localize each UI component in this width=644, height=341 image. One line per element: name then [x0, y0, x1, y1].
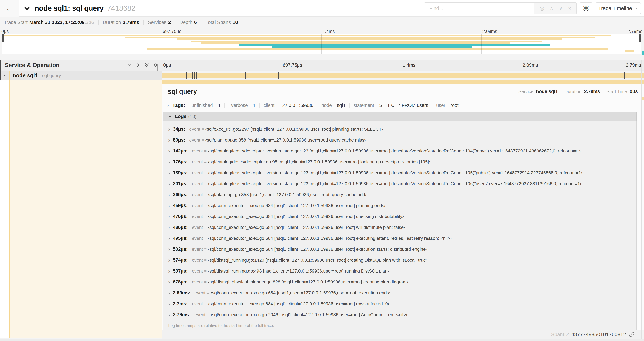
trace-info-suffix: .326 [85, 20, 94, 25]
log-row[interactable]: ›574μs:event=‹sql/distsql_running.go:142… [164, 255, 636, 266]
span-duration-bar[interactable] [162, 73, 644, 78]
log-row[interactable]: ›201μs:event=‹sql/catalog/lease/descript… [164, 178, 636, 189]
chevron-right-icon[interactable]: › [168, 312, 170, 317]
log-equals: = [204, 258, 206, 262]
log-equals: = [204, 149, 206, 153]
log-tick-marker [225, 72, 225, 79]
command-icon: ⌘ [583, 5, 589, 12]
chevron-right-icon[interactable]: › [168, 160, 170, 164]
log-tick-marker [241, 72, 241, 79]
chevron-right-icon[interactable]: › [168, 302, 170, 306]
log-row[interactable]: ›176μs:event=‹sql/catalog/descs/descript… [164, 156, 636, 167]
collapse-one-icon[interactable] [127, 63, 132, 68]
chevron-right-icon[interactable]: › [168, 236, 170, 241]
logs-header[interactable]: Logs (18) [163, 112, 636, 121]
log-row[interactable]: ›2.7ms:event=‹sql/conn_executor_exec.go:… [164, 298, 636, 309]
chevron-down-icon[interactable]: ∨ [559, 6, 563, 11]
log-field-value: ‹sql/conn_executor_exec.go:684 [nsql1,cl… [208, 247, 427, 252]
tag-value: sql1 [337, 103, 346, 108]
log-row[interactable]: ›678μs:event=‹sql/distsql_physical_plann… [164, 276, 636, 287]
chevron-right-icon[interactable]: › [168, 225, 170, 230]
minimap-span-bar [190, 41, 542, 42]
chevron-right-icon[interactable]: › [168, 149, 170, 153]
tags-row[interactable]: › Tags: _unfinished=1_verbose=1client=12… [162, 101, 644, 110]
log-equals: = [204, 192, 206, 197]
expand-one-icon[interactable] [136, 63, 141, 68]
log-equals: = [204, 225, 206, 230]
chevron-right-icon[interactable]: › [167, 103, 169, 108]
log-row[interactable]: ›142μs:event=‹sql/catalog/lease/descript… [164, 146, 636, 156]
logs-footnote: Log timestamps are relative to the start… [164, 320, 636, 329]
ruler-tick-label: 0μs [163, 63, 171, 68]
log-row[interactable]: ›2.79ms:event=‹sql/conn_executor_exec.go… [164, 309, 636, 320]
logs-title: Logs [175, 114, 186, 119]
chevron-right-icon[interactable]: › [168, 171, 170, 175]
log-row[interactable]: ›495μs:event=‹sql/conn_executor_exec.go:… [164, 233, 636, 244]
chevron-up-icon[interactable]: ∧ [550, 6, 554, 11]
span-row-node-sql1[interactable]: node sql1 sql query [0, 71, 162, 80]
log-row[interactable]: ›366μs:event=‹sql/plan_opt.go:358 [nsql1… [164, 189, 636, 200]
log-row[interactable]: ›189μs:event=‹sql/catalog/lease/descript… [164, 167, 636, 178]
chevron-right-icon[interactable]: › [168, 258, 170, 262]
log-timestamp: 597μs: [173, 268, 188, 274]
chevron-right-icon[interactable]: › [168, 127, 170, 132]
log-field-key: event [192, 301, 203, 306]
log-row[interactable]: ›486μs:event=‹sql/conn_executor_exec.go:… [164, 222, 636, 233]
chevron-right-icon[interactable]: › [168, 192, 170, 197]
find-input[interactable] [424, 3, 534, 14]
keyboard-shortcuts-button[interactable]: ⌘ [580, 2, 592, 14]
log-field-key: event [192, 268, 203, 274]
log-tick-marker [192, 72, 192, 79]
divider [603, 89, 604, 94]
log-row[interactable]: ›502μs:event=‹sql/conn_executor_exec.go:… [164, 244, 636, 255]
log-timestamp: 2.69ms: [173, 290, 190, 296]
chevron-right-icon[interactable]: › [168, 280, 170, 284]
divider [349, 103, 350, 108]
minimap-tick-label: 0μs [2, 29, 9, 34]
divider [224, 103, 225, 108]
trace-info-value: 10 [232, 20, 238, 25]
chevron-right-icon[interactable]: › [168, 214, 170, 219]
chevron-right-icon[interactable]: › [168, 138, 170, 142]
chevron-down-icon[interactable] [23, 5, 31, 12]
log-tick-marker [264, 72, 265, 79]
close-icon[interactable]: × [568, 6, 571, 11]
chevron-right-icon[interactable]: › [168, 247, 170, 252]
back-button[interactable]: ← [0, 0, 19, 17]
log-row[interactable]: ›476μs:event=‹sql/conn_executor_exec.go:… [164, 211, 636, 222]
tag-item: node=sql1 [321, 103, 346, 108]
chevron-right-icon[interactable]: › [168, 182, 170, 186]
minimap-span-bar [125, 37, 595, 38]
log-timestamp: 201μs: [173, 181, 188, 186]
divider [259, 103, 260, 108]
span-row-timeline[interactable] [162, 71, 644, 80]
column-resizer-grip[interactable] [157, 65, 160, 71]
log-field-value: ‹sql/catalog/lease/descriptor_version_st… [208, 170, 582, 176]
minimap-right-handle[interactable] [639, 35, 641, 42]
minimap-tick-label: 2.09ms [482, 29, 497, 34]
crosshair-icon[interactable]: ◎ [540, 6, 544, 11]
span-color-accent [9, 71, 10, 80]
link-icon[interactable] [629, 332, 634, 337]
trace-minimap[interactable] [2, 34, 641, 54]
log-row[interactable]: ›459μs:event=‹sql/conn_executor_exec.go:… [164, 200, 636, 211]
span-detail-panel: sql query Service:node sql1Duration:2.79… [162, 80, 644, 330]
minimap-left-handle[interactable] [2, 35, 4, 42]
chevron-down-icon[interactable] [3, 74, 7, 78]
chevron-right-icon[interactable]: › [168, 203, 170, 208]
log-row[interactable]: ›34μs:event=‹sql/exec_util.go:2297 [nsql… [164, 124, 636, 135]
chevron-right-icon[interactable]: › [168, 269, 170, 273]
log-field-key: event [189, 127, 200, 132]
divider [432, 103, 432, 108]
view-selector-button[interactable]: Trace Timeline [596, 2, 641, 14]
log-row[interactable]: ›2.69ms:event=‹sql/conn_executor_exec.go… [164, 287, 636, 298]
tag-equals: = [376, 103, 378, 108]
chevron-right-icon[interactable]: › [168, 291, 170, 295]
tag-value: 1 [253, 103, 256, 108]
log-row[interactable]: ›597μs:event=‹sql/distsql_running.go:498… [164, 266, 636, 276]
collapse-all-icon[interactable] [144, 63, 150, 68]
log-timestamp: 574μs: [173, 257, 188, 263]
log-field-key: event [189, 137, 200, 143]
log-row[interactable]: ›80μs:event=‹sql/plan_opt.go:358 [nsql1,… [164, 135, 636, 146]
log-field-key: event [192, 148, 203, 154]
